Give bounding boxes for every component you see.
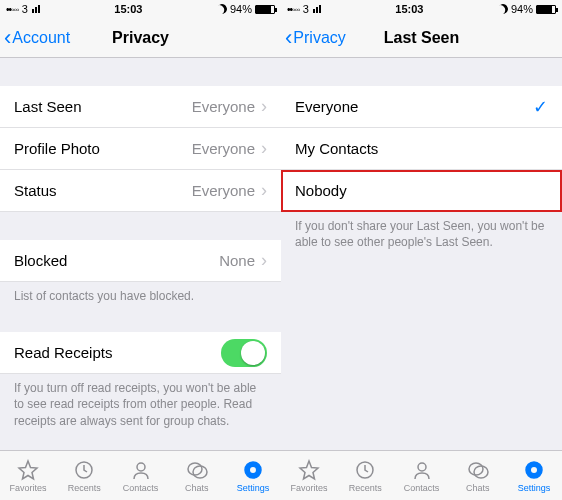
tab-favorites[interactable]: Favorites xyxy=(0,451,56,500)
back-label: Privacy xyxy=(293,29,345,47)
tab-settings[interactable]: Settings xyxy=(225,451,281,500)
option-nobody[interactable]: Nobody xyxy=(281,170,562,212)
gear-icon xyxy=(241,459,265,481)
tab-label: Settings xyxy=(237,483,270,493)
svg-point-6 xyxy=(250,467,256,473)
option-everyone[interactable]: Everyone ✓ xyxy=(281,86,562,128)
tab-chats[interactable]: Chats xyxy=(169,451,225,500)
back-button[interactable]: ‹ Account xyxy=(4,18,70,57)
tab-settings[interactable]: Settings xyxy=(506,451,562,500)
back-label: Account xyxy=(12,29,70,47)
blocked-footer: List of contacts you have blocked. xyxy=(0,282,281,304)
read-receipts-toggle[interactable] xyxy=(221,339,267,367)
read-receipts-footer: If you turn off read receipts, you won't… xyxy=(0,374,281,429)
page-title: Privacy xyxy=(112,29,169,47)
pane-privacy: ••◦◦◦ 3 15:03 94% ‹ Account Privacy Last… xyxy=(0,0,281,500)
svg-point-13 xyxy=(531,467,537,473)
row-label: Blocked xyxy=(14,252,67,269)
do-not-disturb-icon xyxy=(216,3,229,16)
row-value: None xyxy=(219,252,255,269)
option-label: Everyone xyxy=(295,98,358,115)
carrier-label: 3 xyxy=(303,3,309,15)
status-bar: ••◦◦◦ 3 15:03 94% xyxy=(0,0,281,18)
chevron-right-icon: › xyxy=(261,250,267,271)
svg-point-11 xyxy=(474,466,488,478)
carrier-label: 3 xyxy=(22,3,28,15)
svg-marker-0 xyxy=(19,461,37,479)
chat-icon xyxy=(185,459,209,481)
row-status[interactable]: Status Everyone › xyxy=(0,170,281,212)
chevron-right-icon: › xyxy=(261,180,267,201)
option-label: My Contacts xyxy=(295,140,378,157)
svg-point-4 xyxy=(193,466,207,478)
tab-label: Recents xyxy=(349,483,382,493)
row-last-seen[interactable]: Last Seen Everyone › xyxy=(0,86,281,128)
tab-label: Chats xyxy=(466,483,490,493)
tab-label: Favorites xyxy=(291,483,328,493)
signal-icon: ••◦◦◦ xyxy=(287,3,300,15)
chevron-left-icon: ‹ xyxy=(4,27,11,49)
pane-last-seen: ••◦◦◦ 3 15:03 94% ‹ Privacy Last Seen Ev… xyxy=(281,0,562,500)
tab-label: Contacts xyxy=(123,483,159,493)
status-bar: ••◦◦◦ 3 15:03 94% xyxy=(281,0,562,18)
row-value: Everyone xyxy=(192,182,255,199)
chat-icon xyxy=(466,459,490,481)
tab-recents[interactable]: Recents xyxy=(56,451,112,500)
svg-point-10 xyxy=(469,463,483,475)
tab-contacts[interactable]: Contacts xyxy=(393,451,449,500)
row-label: Profile Photo xyxy=(14,140,100,157)
content: Everyone ✓ My Contacts Nobody If you don… xyxy=(281,58,562,500)
svg-point-9 xyxy=(418,463,426,471)
row-profile-photo[interactable]: Profile Photo Everyone › xyxy=(0,128,281,170)
row-value: Everyone xyxy=(192,140,255,157)
row-blocked[interactable]: Blocked None › xyxy=(0,240,281,282)
do-not-disturb-icon xyxy=(497,3,510,16)
status-time: 15:03 xyxy=(395,3,423,15)
row-label: Status xyxy=(14,182,57,199)
content: Last Seen Everyone › Profile Photo Every… xyxy=(0,58,281,500)
svg-point-2 xyxy=(137,463,145,471)
navbar: ‹ Privacy Last Seen xyxy=(281,18,562,58)
contact-icon xyxy=(129,459,153,481)
tab-favorites[interactable]: Favorites xyxy=(281,451,337,500)
row-label: Last Seen xyxy=(14,98,82,115)
row-read-receipts: Read Receipts xyxy=(0,332,281,374)
last-seen-footer: If you don't share your Last Seen, you w… xyxy=(281,212,562,250)
tab-label: Recents xyxy=(68,483,101,493)
battery-icon xyxy=(255,5,275,14)
tab-recents[interactable]: Recents xyxy=(337,451,393,500)
star-icon xyxy=(16,459,40,481)
clock-icon xyxy=(72,459,96,481)
option-my-contacts[interactable]: My Contacts xyxy=(281,128,562,170)
page-title: Last Seen xyxy=(384,29,460,47)
tab-chats[interactable]: Chats xyxy=(450,451,506,500)
contact-icon xyxy=(410,459,434,481)
navbar: ‹ Account Privacy xyxy=(0,18,281,58)
tab-label: Favorites xyxy=(10,483,47,493)
wifi-icon xyxy=(32,5,40,13)
tab-label: Contacts xyxy=(404,483,440,493)
gear-icon xyxy=(522,459,546,481)
row-label: Read Receipts xyxy=(14,344,112,361)
checkmark-icon: ✓ xyxy=(533,96,548,118)
tab-label: Chats xyxy=(185,483,209,493)
chevron-right-icon: › xyxy=(261,96,267,117)
tab-label: Settings xyxy=(518,483,551,493)
wifi-icon xyxy=(313,5,321,13)
status-time: 15:03 xyxy=(114,3,142,15)
svg-marker-7 xyxy=(300,461,318,479)
chevron-right-icon: › xyxy=(261,138,267,159)
svg-point-3 xyxy=(188,463,202,475)
clock-icon xyxy=(353,459,377,481)
signal-icon: ••◦◦◦ xyxy=(6,3,19,15)
back-button[interactable]: ‹ Privacy xyxy=(285,18,346,57)
battery-icon xyxy=(536,5,556,14)
chevron-left-icon: ‹ xyxy=(285,27,292,49)
battery-percent: 94% xyxy=(230,3,252,15)
row-value: Everyone xyxy=(192,98,255,115)
battery-percent: 94% xyxy=(511,3,533,15)
option-label: Nobody xyxy=(295,182,347,199)
tab-contacts[interactable]: Contacts xyxy=(112,451,168,500)
tab-bar: Favorites Recents Contacts Chats Setting… xyxy=(0,450,562,500)
star-icon xyxy=(297,459,321,481)
